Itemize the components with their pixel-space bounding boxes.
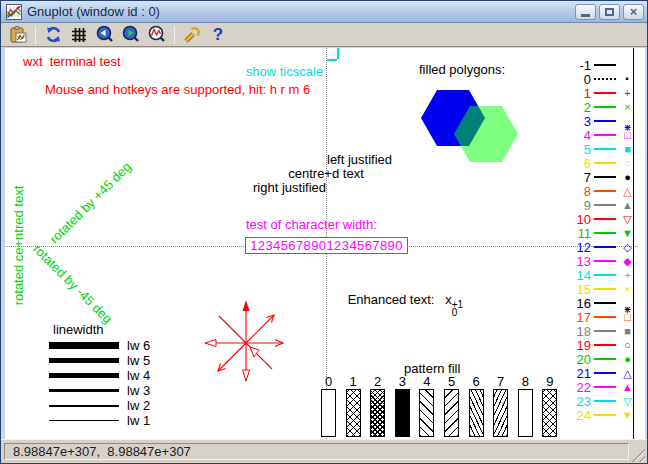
pattern-index: 7	[493, 375, 508, 389]
legend-line-sample	[594, 288, 616, 290]
legend-entry: -1	[555, 58, 636, 72]
minimize-button[interactable]	[575, 4, 596, 20]
rotated-plus45-text: rotated by +45 deg	[43, 156, 138, 251]
legend-line-sample	[594, 414, 616, 416]
legend-entry: 13◆	[555, 254, 636, 268]
legend-line-sample	[594, 78, 616, 80]
legend-line-sample	[594, 302, 616, 304]
toggle-grid-button[interactable]	[66, 24, 92, 46]
show-ticscale-label: show ticscale	[246, 65, 323, 80]
marker-tri-up-o: △	[619, 366, 636, 380]
window-title: Gnuplot (window id : 0)	[27, 4, 575, 19]
legend-line-sample	[594, 64, 616, 66]
legend-entry: 10▽	[555, 212, 636, 226]
replot-button[interactable]	[40, 24, 66, 46]
resize-grip[interactable]	[631, 448, 645, 462]
legend-line-sample	[594, 106, 616, 108]
linewidth-label: linewidth	[53, 323, 104, 338]
legend-line-sample	[594, 218, 616, 220]
linewidth-line	[49, 373, 119, 378]
legend-number: 6	[555, 156, 591, 171]
pattern-column: 3	[395, 375, 410, 437]
pattern-index: 6	[469, 375, 484, 389]
legend-line-sample	[594, 120, 616, 122]
help-button[interactable]: ?	[205, 24, 231, 46]
legend-entry: 3+×	[555, 114, 636, 128]
legend-number: 3	[555, 114, 591, 129]
linewidth-line	[49, 358, 119, 364]
maximize-button[interactable]	[599, 4, 620, 20]
legend-entry: 18■	[555, 324, 636, 338]
title-bar[interactable]: Gnuplot (window id : 0) ×	[1, 1, 647, 23]
legend-entry: 1+	[555, 86, 636, 100]
pattern-column: 8	[518, 375, 533, 437]
legend-line-sample	[594, 204, 616, 206]
legend-number: 21	[555, 366, 591, 381]
arrow-star	[190, 293, 302, 388]
enhanced-text: Enhanced text: x+10	[326, 278, 463, 332]
zoom-previous-button[interactable]	[92, 24, 118, 46]
copy-to-clipboard-button[interactable]	[5, 24, 31, 46]
legend-entry: 2×	[555, 100, 636, 114]
legend-number: 16	[555, 296, 591, 311]
terminal-test-label: wxt terminal test	[23, 55, 121, 70]
linewidth-samples: lw 6lw 5lw 4lw 3lw 2lw 1	[49, 338, 150, 428]
legend-entry: 23▽	[555, 394, 636, 408]
pattern-column: 0	[321, 375, 336, 437]
linewidth-row: lw 6	[49, 338, 150, 353]
configure-button[interactable]	[179, 24, 205, 46]
pattern-index: 8	[518, 375, 533, 389]
legend-number: 9	[555, 198, 591, 213]
legend-number: 23	[555, 394, 591, 409]
plot-canvas[interactable]: wxt terminal test show ticscale Mouse an…	[5, 48, 645, 439]
legend-number: 19	[555, 338, 591, 353]
legend-number: 17	[555, 310, 591, 325]
pattern-column: 1	[346, 375, 361, 437]
legend-line-sample	[594, 134, 616, 136]
legend-number: 12	[555, 240, 591, 255]
rotated-minus45-text: rotated by -45 deg	[24, 237, 119, 332]
linewidth-line	[49, 405, 119, 407]
wrench-icon	[182, 25, 202, 45]
pattern-bar-2	[370, 389, 385, 437]
linewidth-row: lw 4	[49, 368, 150, 383]
gnuplot-app-icon	[6, 4, 22, 20]
zoom-next-button[interactable]	[118, 24, 144, 46]
backhead-arrowhead	[250, 347, 259, 357]
legend: -10·1+2×3+×4□5■6○7●8△9▲10▽11▼12◇13◆14+15…	[555, 58, 636, 422]
open-arrowhead-down	[243, 370, 250, 381]
ticscale-minor-tic	[327, 59, 337, 61]
linewidth-row: lw 5	[49, 353, 150, 368]
marker-tri-up-o: △	[619, 184, 636, 198]
maximize-icon	[605, 8, 614, 16]
autoscale-button[interactable]	[144, 24, 170, 46]
marker-dot: ·	[619, 72, 636, 86]
filled-polygons	[410, 86, 540, 176]
enhanced-text-label: Enhanced text:	[348, 292, 435, 307]
linewidth-line	[49, 389, 119, 393]
legend-line-sample	[594, 232, 616, 234]
legend-line-sample	[594, 162, 616, 164]
magnifier-autoscale-icon	[147, 25, 167, 45]
pattern-bar-0	[321, 389, 336, 437]
pattern-index: 5	[444, 375, 459, 389]
linewidth-row: lw 2	[49, 398, 150, 413]
refresh-icon	[44, 25, 63, 44]
legend-number: 4	[555, 128, 591, 143]
legend-entry: 0·	[555, 72, 636, 86]
linewidth-row: lw 1	[49, 413, 150, 428]
legend-entry: 11▼	[555, 226, 636, 240]
legend-number: 11	[555, 226, 591, 241]
mouse-hint-label: Mouse and hotkeys are supported, hit: h …	[45, 83, 310, 98]
marker-plus: +	[619, 268, 636, 282]
pattern-column: 6	[469, 375, 484, 437]
legend-number: 2	[555, 100, 591, 115]
legend-line-sample	[594, 176, 616, 178]
close-button[interactable]: ×	[623, 4, 644, 20]
linewidth-label: lw 5	[127, 353, 150, 368]
legend-line-sample	[594, 400, 616, 402]
pattern-bar-3	[395, 389, 410, 437]
pattern-bar-1	[346, 389, 361, 437]
legend-entry: 17□	[555, 310, 636, 324]
pattern-index: 4	[419, 375, 434, 389]
